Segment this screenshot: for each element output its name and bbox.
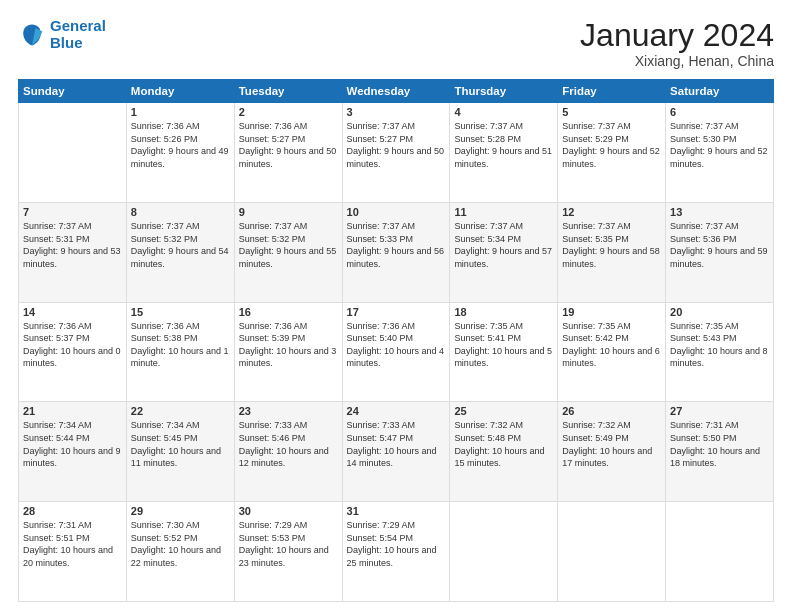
calendar-cell: 3Sunrise: 7:37 AM Sunset: 5:27 PM Daylig…	[342, 103, 450, 203]
cell-info: Sunrise: 7:37 AM Sunset: 5:31 PM Dayligh…	[23, 220, 122, 270]
main-title: January 2024	[580, 18, 774, 53]
day-number: 31	[347, 505, 446, 517]
cell-info: Sunrise: 7:33 AM Sunset: 5:46 PM Dayligh…	[239, 419, 338, 469]
calendar-cell: 30Sunrise: 7:29 AM Sunset: 5:53 PM Dayli…	[234, 502, 342, 602]
calendar-cell: 16Sunrise: 7:36 AM Sunset: 5:39 PM Dayli…	[234, 302, 342, 402]
day-number: 13	[670, 206, 769, 218]
day-number: 24	[347, 405, 446, 417]
calendar-cell: 9Sunrise: 7:37 AM Sunset: 5:32 PM Daylig…	[234, 202, 342, 302]
calendar-cell: 11Sunrise: 7:37 AM Sunset: 5:34 PM Dayli…	[450, 202, 558, 302]
day-number: 18	[454, 306, 553, 318]
calendar-cell: 22Sunrise: 7:34 AM Sunset: 5:45 PM Dayli…	[126, 402, 234, 502]
cell-info: Sunrise: 7:37 AM Sunset: 5:27 PM Dayligh…	[347, 120, 446, 170]
cell-info: Sunrise: 7:37 AM Sunset: 5:28 PM Dayligh…	[454, 120, 553, 170]
calendar-cell: 13Sunrise: 7:37 AM Sunset: 5:36 PM Dayli…	[666, 202, 774, 302]
day-number: 5	[562, 106, 661, 118]
calendar-day-header: Wednesday	[342, 80, 450, 103]
calendar-cell: 6Sunrise: 7:37 AM Sunset: 5:30 PM Daylig…	[666, 103, 774, 203]
calendar-cell: 26Sunrise: 7:32 AM Sunset: 5:49 PM Dayli…	[558, 402, 666, 502]
calendar-day-header: Tuesday	[234, 80, 342, 103]
day-number: 19	[562, 306, 661, 318]
day-number: 15	[131, 306, 230, 318]
calendar-week-row: 14Sunrise: 7:36 AM Sunset: 5:37 PM Dayli…	[19, 302, 774, 402]
cell-info: Sunrise: 7:36 AM Sunset: 5:26 PM Dayligh…	[131, 120, 230, 170]
cell-info: Sunrise: 7:35 AM Sunset: 5:41 PM Dayligh…	[454, 320, 553, 370]
logo-icon	[18, 21, 46, 49]
day-number: 2	[239, 106, 338, 118]
logo-line1: General	[50, 17, 106, 34]
day-number: 3	[347, 106, 446, 118]
cell-info: Sunrise: 7:37 AM Sunset: 5:29 PM Dayligh…	[562, 120, 661, 170]
cell-info: Sunrise: 7:32 AM Sunset: 5:49 PM Dayligh…	[562, 419, 661, 469]
day-number: 6	[670, 106, 769, 118]
cell-info: Sunrise: 7:32 AM Sunset: 5:48 PM Dayligh…	[454, 419, 553, 469]
cell-info: Sunrise: 7:31 AM Sunset: 5:51 PM Dayligh…	[23, 519, 122, 569]
day-number: 7	[23, 206, 122, 218]
day-number: 28	[23, 505, 122, 517]
day-number: 20	[670, 306, 769, 318]
calendar-cell: 27Sunrise: 7:31 AM Sunset: 5:50 PM Dayli…	[666, 402, 774, 502]
cell-info: Sunrise: 7:36 AM Sunset: 5:37 PM Dayligh…	[23, 320, 122, 370]
cell-info: Sunrise: 7:37 AM Sunset: 5:35 PM Dayligh…	[562, 220, 661, 270]
day-number: 22	[131, 405, 230, 417]
calendar-cell: 10Sunrise: 7:37 AM Sunset: 5:33 PM Dayli…	[342, 202, 450, 302]
day-number: 8	[131, 206, 230, 218]
day-number: 12	[562, 206, 661, 218]
day-number: 30	[239, 505, 338, 517]
cell-info: Sunrise: 7:37 AM Sunset: 5:34 PM Dayligh…	[454, 220, 553, 270]
calendar-week-row: 7Sunrise: 7:37 AM Sunset: 5:31 PM Daylig…	[19, 202, 774, 302]
calendar-day-header: Friday	[558, 80, 666, 103]
cell-info: Sunrise: 7:36 AM Sunset: 5:39 PM Dayligh…	[239, 320, 338, 370]
calendar-day-header: Saturday	[666, 80, 774, 103]
calendar-cell: 12Sunrise: 7:37 AM Sunset: 5:35 PM Dayli…	[558, 202, 666, 302]
day-number: 1	[131, 106, 230, 118]
calendar-cell: 8Sunrise: 7:37 AM Sunset: 5:32 PM Daylig…	[126, 202, 234, 302]
cell-info: Sunrise: 7:35 AM Sunset: 5:42 PM Dayligh…	[562, 320, 661, 370]
page: General Blue January 2024 Xixiang, Henan…	[0, 0, 792, 612]
calendar-cell: 17Sunrise: 7:36 AM Sunset: 5:40 PM Dayli…	[342, 302, 450, 402]
cell-info: Sunrise: 7:36 AM Sunset: 5:40 PM Dayligh…	[347, 320, 446, 370]
cell-info: Sunrise: 7:37 AM Sunset: 5:36 PM Dayligh…	[670, 220, 769, 270]
calendar-cell	[450, 502, 558, 602]
cell-info: Sunrise: 7:34 AM Sunset: 5:44 PM Dayligh…	[23, 419, 122, 469]
calendar-cell: 31Sunrise: 7:29 AM Sunset: 5:54 PM Dayli…	[342, 502, 450, 602]
calendar-cell: 5Sunrise: 7:37 AM Sunset: 5:29 PM Daylig…	[558, 103, 666, 203]
calendar-cell: 24Sunrise: 7:33 AM Sunset: 5:47 PM Dayli…	[342, 402, 450, 502]
calendar-cell: 23Sunrise: 7:33 AM Sunset: 5:46 PM Dayli…	[234, 402, 342, 502]
day-number: 10	[347, 206, 446, 218]
day-number: 9	[239, 206, 338, 218]
day-number: 14	[23, 306, 122, 318]
title-block: January 2024 Xixiang, Henan, China	[580, 18, 774, 69]
cell-info: Sunrise: 7:37 AM Sunset: 5:32 PM Dayligh…	[239, 220, 338, 270]
logo: General Blue	[18, 18, 106, 51]
day-number: 23	[239, 405, 338, 417]
calendar-cell	[558, 502, 666, 602]
calendar-cell: 29Sunrise: 7:30 AM Sunset: 5:52 PM Dayli…	[126, 502, 234, 602]
calendar-week-row: 21Sunrise: 7:34 AM Sunset: 5:44 PM Dayli…	[19, 402, 774, 502]
calendar-cell: 19Sunrise: 7:35 AM Sunset: 5:42 PM Dayli…	[558, 302, 666, 402]
cell-info: Sunrise: 7:30 AM Sunset: 5:52 PM Dayligh…	[131, 519, 230, 569]
day-number: 16	[239, 306, 338, 318]
calendar-cell: 21Sunrise: 7:34 AM Sunset: 5:44 PM Dayli…	[19, 402, 127, 502]
day-number: 4	[454, 106, 553, 118]
calendar-cell: 14Sunrise: 7:36 AM Sunset: 5:37 PM Dayli…	[19, 302, 127, 402]
calendar-cell: 25Sunrise: 7:32 AM Sunset: 5:48 PM Dayli…	[450, 402, 558, 502]
calendar-cell	[666, 502, 774, 602]
cell-info: Sunrise: 7:36 AM Sunset: 5:27 PM Dayligh…	[239, 120, 338, 170]
calendar-cell: 20Sunrise: 7:35 AM Sunset: 5:43 PM Dayli…	[666, 302, 774, 402]
cell-info: Sunrise: 7:36 AM Sunset: 5:38 PM Dayligh…	[131, 320, 230, 370]
calendar-week-row: 1Sunrise: 7:36 AM Sunset: 5:26 PM Daylig…	[19, 103, 774, 203]
calendar-day-header: Thursday	[450, 80, 558, 103]
calendar-table: SundayMondayTuesdayWednesdayThursdayFrid…	[18, 79, 774, 602]
calendar-day-header: Monday	[126, 80, 234, 103]
cell-info: Sunrise: 7:37 AM Sunset: 5:32 PM Dayligh…	[131, 220, 230, 270]
cell-info: Sunrise: 7:33 AM Sunset: 5:47 PM Dayligh…	[347, 419, 446, 469]
cell-info: Sunrise: 7:37 AM Sunset: 5:30 PM Dayligh…	[670, 120, 769, 170]
day-number: 29	[131, 505, 230, 517]
calendar-cell	[19, 103, 127, 203]
cell-info: Sunrise: 7:37 AM Sunset: 5:33 PM Dayligh…	[347, 220, 446, 270]
day-number: 17	[347, 306, 446, 318]
subtitle: Xixiang, Henan, China	[580, 53, 774, 69]
calendar-cell: 2Sunrise: 7:36 AM Sunset: 5:27 PM Daylig…	[234, 103, 342, 203]
day-number: 25	[454, 405, 553, 417]
